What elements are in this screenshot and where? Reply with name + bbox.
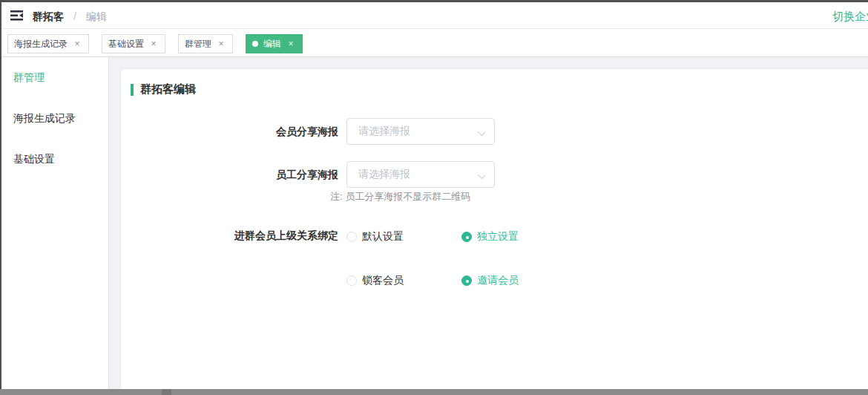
page-title: 群拓客编辑 xyxy=(131,82,196,97)
scrollbar-seam xyxy=(162,389,171,395)
window-left-edge xyxy=(0,0,1,395)
header-bar: 群拓客 / 编辑 切换企业 xyxy=(1,2,868,29)
breadcrumb-current: 编辑 xyxy=(86,10,107,22)
active-dot-icon xyxy=(252,41,258,47)
member-type-radio-row: 锁客会员 邀请会员 xyxy=(346,274,519,287)
relation-binding-radio-row: 默认设置 独立设置 xyxy=(346,230,519,244)
tab-list: 海报生成记录 × 基础设置 × 群管理 × 编辑 × xyxy=(7,34,303,53)
menu-collapse-icon[interactable] xyxy=(9,8,25,23)
relation-binding-label: 进群会员上级关系绑定 xyxy=(121,228,338,243)
chevron-down-icon xyxy=(478,128,485,135)
tab-group-management[interactable]: 群管理 × xyxy=(178,34,233,53)
sidebar-item-group-management[interactable]: 群管理 xyxy=(1,57,108,98)
radio-icon[interactable] xyxy=(346,232,357,242)
close-icon[interactable]: × xyxy=(286,39,296,49)
radio-checked-icon[interactable] xyxy=(461,275,472,286)
tab-basic-settings[interactable]: 基础设置 × xyxy=(102,34,165,53)
app-window: 群拓客 / 编辑 切换企业 海报生成记录 × 基础设置 × 群管理 × xyxy=(0,0,868,395)
member-share-poster-select[interactable]: 请选择海报 xyxy=(346,118,495,145)
staff-share-poster-select[interactable]: 请选择海报 xyxy=(346,161,495,188)
switch-enterprise-link[interactable]: 切换企业 xyxy=(832,10,868,24)
breadcrumb: 群拓客 / 编辑 xyxy=(33,10,107,23)
tab-label: 群管理 xyxy=(185,38,211,50)
horizontal-scrollbar[interactable] xyxy=(0,389,868,395)
member-share-poster-label: 会员分享海报 xyxy=(121,124,338,139)
radio-default-setting[interactable]: 默认设置 xyxy=(346,230,404,244)
select-placeholder: 请选择海报 xyxy=(358,125,478,138)
chevron-down-icon xyxy=(478,171,485,178)
breadcrumb-separator: / xyxy=(73,10,76,22)
tab-label: 海报生成记录 xyxy=(14,38,68,50)
close-icon[interactable]: × xyxy=(72,39,82,49)
tab-label: 基础设置 xyxy=(108,38,144,50)
staff-share-poster-label: 员工分享海报 xyxy=(121,167,338,182)
radio-checked-icon[interactable] xyxy=(461,232,472,242)
radio-independent-setting[interactable]: 独立设置 xyxy=(461,230,519,244)
close-icon[interactable]: × xyxy=(216,39,226,49)
radio-label[interactable]: 邀请会员 xyxy=(477,274,519,287)
tab-poster-records[interactable]: 海报生成记录 × xyxy=(7,34,89,53)
close-icon[interactable]: × xyxy=(148,39,159,49)
title-accent-bar xyxy=(131,84,134,96)
sidebar-menu: 群管理 海报生成记录 基础设置 xyxy=(1,57,109,389)
breadcrumb-root-link[interactable]: 群拓客 xyxy=(33,10,64,22)
radio-invited-member[interactable]: 邀请会员 xyxy=(461,274,519,287)
sidebar-item-basic-settings[interactable]: 基础设置 xyxy=(1,139,108,180)
tab-edit-active[interactable]: 编辑 × xyxy=(246,34,303,53)
radio-label[interactable]: 默认设置 xyxy=(362,230,404,244)
sidebar-item-poster-records[interactable]: 海报生成记录 xyxy=(1,98,108,139)
tab-label: 编辑 xyxy=(263,38,281,50)
radio-label[interactable]: 独立设置 xyxy=(477,230,519,244)
select-placeholder: 请选择海报 xyxy=(358,168,478,181)
tags-view-bar: 海报生成记录 × 基础设置 × 群管理 × 编辑 × xyxy=(1,29,868,57)
radio-label[interactable]: 锁客会员 xyxy=(362,274,404,287)
staff-poster-note: 注: 员工分享海报不显示群二维码 xyxy=(330,190,470,203)
edit-form-card: 群拓客编辑 会员分享海报 请选择海报 员工分享海报 请选择海报 注: 员工分享海… xyxy=(120,68,868,389)
page-title-text: 群拓客编辑 xyxy=(140,82,196,97)
radio-icon[interactable] xyxy=(346,275,357,286)
radio-locked-member[interactable]: 锁客会员 xyxy=(346,274,404,287)
